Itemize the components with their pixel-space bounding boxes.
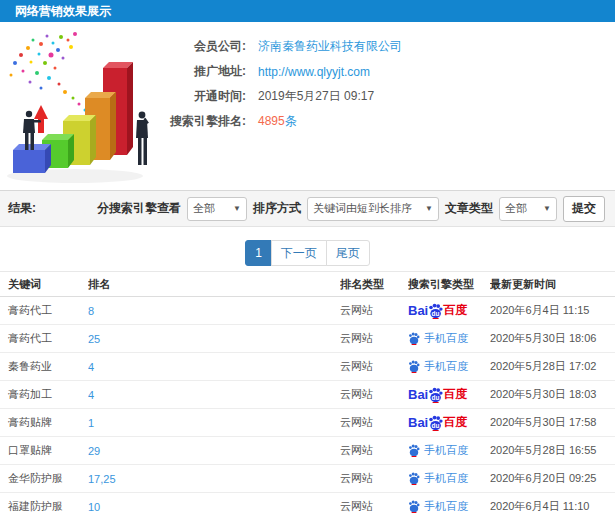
- rank-link[interactable]: 4: [88, 361, 340, 373]
- page-1-button[interactable]: 1: [245, 240, 272, 266]
- updated-cell: 2020年5月30日 18:06: [490, 331, 615, 346]
- mobile-baidu-paw-icon: [408, 360, 420, 373]
- engine-cell: Bai du 百度: [408, 499, 490, 514]
- sort-filter-label: 排序方式: [253, 200, 301, 217]
- rank-count-value: 4895条: [258, 113, 297, 130]
- updated-cell: 2020年5月28日 17:02: [490, 359, 615, 374]
- baidu-logo: Bai du 百度: [408, 386, 467, 403]
- keyword-cell: 膏药代工: [0, 331, 88, 346]
- titlebar: 网络营销效果展示: [0, 0, 615, 22]
- rank-link[interactable]: 10: [88, 501, 340, 513]
- mobile-baidu-paw-icon: [408, 444, 420, 457]
- filter-bar: 结果: 分搜索引擎查看 全部 ▼ 排序方式 关键词由短到长排序 ▼ 文章类型 全…: [0, 190, 615, 227]
- updated-cell: 2020年5月30日 17:58: [490, 415, 615, 430]
- promotion-url-link[interactable]: http://www.qlyyjt.com: [258, 65, 370, 79]
- rank-link[interactable]: 29: [88, 445, 340, 457]
- table-row: 福建防护服 10 云网站 Bai du 百度: [0, 493, 615, 520]
- businessman-right: [136, 112, 149, 165]
- baidu-logo: Bai du 百度: [408, 414, 467, 431]
- rank-type-cell: 云网站: [340, 387, 408, 402]
- chevron-down-icon: ▼: [233, 204, 241, 213]
- rank-type-cell: 云网站: [340, 359, 408, 374]
- keyword-cell: 膏药代工: [0, 303, 88, 318]
- keyword-cell: 秦鲁药业: [0, 359, 88, 374]
- rank-link[interactable]: 1: [88, 417, 340, 429]
- keyword-cell: 膏药加工: [0, 387, 88, 402]
- baidu-logo-bai-text: Bai: [408, 303, 428, 318]
- engine-cell: Bai du 百度: [408, 443, 490, 458]
- header-rank-type: 排名类型: [340, 277, 408, 292]
- rank-link[interactable]: 25: [88, 333, 340, 345]
- opened-value: 2019年5月27日 09:17: [258, 88, 374, 105]
- rank-type-cell: 云网站: [340, 303, 408, 318]
- keyword-cell: 福建防护服: [0, 499, 88, 514]
- company-link[interactable]: 济南秦鲁药业科技有限公司: [258, 38, 402, 55]
- page-title: 网络营销效果展示: [0, 0, 111, 22]
- url-row: 推广地址: http://www.qlyyjt.com: [158, 63, 608, 80]
- mobile-baidu-logo: 手机百度: [408, 359, 468, 374]
- keyword-cell: 金华防护服: [0, 471, 88, 486]
- table-row: 秦鲁药业 4 云网站 Bai du 百度: [0, 353, 615, 381]
- table-row: 膏药代工 8 云网站 Bai du 百度: [0, 297, 615, 325]
- table-row: 膏药贴牌 1 云网站 Bai du 百度: [0, 409, 615, 437]
- rank-link[interactable]: 8: [88, 305, 340, 317]
- marketing-growth-illustration: [3, 30, 178, 188]
- article-type-label: 文章类型: [445, 200, 493, 217]
- mobile-baidu-logo: 手机百度: [408, 331, 468, 346]
- keyword-cell: 口罩贴牌: [0, 443, 88, 458]
- baidu-paw-icon: du: [428, 387, 443, 403]
- rank-count-row: 搜索引擎排名: 4895条: [158, 113, 608, 130]
- header-updated: 最新更新时间: [490, 277, 615, 292]
- company-label: 会员公司:: [158, 38, 246, 55]
- rank-type-cell: 云网站: [340, 499, 408, 514]
- baidu-logo-bai-text: Bai: [408, 415, 428, 430]
- chevron-down-icon: ▼: [425, 204, 433, 213]
- baidu-logo: Bai du 百度: [408, 302, 467, 319]
- mobile-baidu-paw-icon: [408, 472, 420, 485]
- baidu-logo-cn-text: 百度: [443, 302, 467, 319]
- engine-select[interactable]: 全部 ▼: [187, 197, 247, 221]
- next-page-button[interactable]: 下一页: [271, 240, 327, 266]
- rank-link[interactable]: 4: [88, 389, 340, 401]
- baidu-logo-cn-text: 百度: [443, 386, 467, 403]
- rank-type-cell: 云网站: [340, 471, 408, 486]
- result-label: 结果:: [8, 191, 36, 226]
- engine-cell: Bai du 百度: [408, 302, 490, 319]
- last-page-button[interactable]: 尾页: [326, 240, 370, 266]
- sort-select[interactable]: 关键词由短到长排序 ▼: [307, 197, 439, 221]
- filter-controls: 分搜索引擎查看 全部 ▼ 排序方式 关键词由短到长排序 ▼ 文章类型 全部 ▼ …: [97, 191, 605, 226]
- rank-link[interactable]: 17,25: [88, 473, 340, 485]
- rank-count-number: 4895: [258, 114, 285, 128]
- engine-cell: Bai du 百度: [408, 331, 490, 346]
- baidu-logo-bai-text: Bai: [408, 387, 428, 402]
- table-header-row: 关键词 排名 排名类型 搜索引擎类型 最新更新时间: [0, 271, 615, 297]
- mobile-baidu-logo: 手机百度: [408, 499, 468, 514]
- article-type-select[interactable]: 全部 ▼: [499, 197, 557, 221]
- header-rank: 排名: [88, 277, 340, 292]
- baidu-logo-cn-text: 百度: [443, 414, 467, 431]
- url-label: 推广地址:: [158, 63, 246, 80]
- sort-select-value: 关键词由短到长排序: [313, 201, 412, 216]
- table-row: 金华防护服 17,25 云网站 Bai du 百度: [0, 465, 615, 493]
- article-type-select-value: 全部: [505, 201, 527, 216]
- svg-text:du: du: [432, 394, 440, 401]
- rank-type-cell: 云网站: [340, 415, 408, 430]
- baidu-paw-icon: du: [428, 303, 443, 319]
- updated-cell: 2020年6月4日 11:10: [490, 499, 615, 514]
- company-row: 会员公司: 济南秦鲁药业科技有限公司: [158, 38, 608, 55]
- updated-cell: 2020年5月28日 16:55: [490, 443, 615, 458]
- mobile-baidu-logo: 手机百度: [408, 443, 468, 458]
- rank-count-label: 搜索引擎排名:: [158, 113, 246, 130]
- submit-button[interactable]: 提交: [563, 196, 605, 222]
- table-row: 口罩贴牌 29 云网站 Bai du 百度: [0, 437, 615, 465]
- mobile-baidu-label: 手机百度: [424, 471, 468, 486]
- table-body: 膏药代工 8 云网站 Bai du 百度: [0, 297, 615, 520]
- results-table: 关键词 排名 排名类型 搜索引擎类型 最新更新时间 膏药代工 8 云网站 Bai…: [0, 271, 615, 520]
- opened-row: 开通时间: 2019年5月27日 09:17: [158, 88, 608, 105]
- svg-text:du: du: [432, 310, 440, 317]
- mobile-baidu-paw-icon: [408, 332, 420, 345]
- header-engine-type: 搜索引擎类型: [408, 277, 490, 292]
- rank-type-cell: 云网站: [340, 331, 408, 346]
- engine-cell: Bai du 百度: [408, 359, 490, 374]
- engine-cell: Bai du 百度: [408, 471, 490, 486]
